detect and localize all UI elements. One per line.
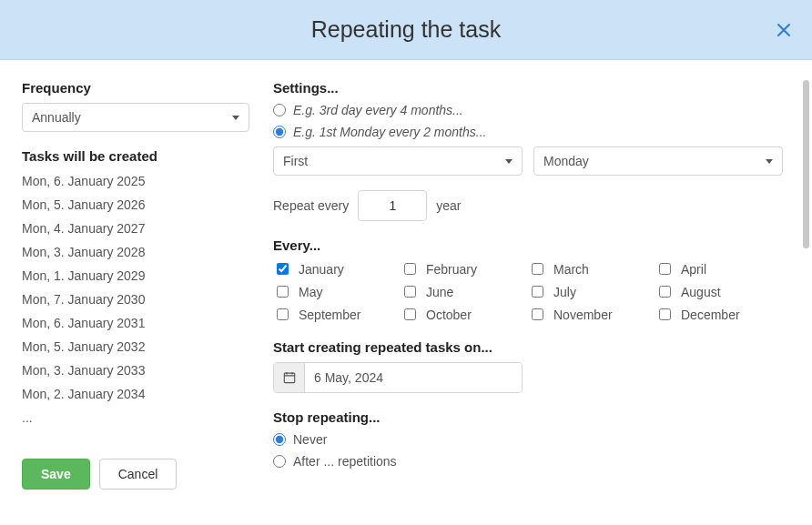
stop-section: Never After ... repetitions bbox=[273, 432, 783, 469]
frequency-label: Frequency bbox=[22, 80, 249, 96]
preview-item: Mon, 6. January 2025 bbox=[22, 169, 249, 193]
settings-option-a: E.g. 3rd day every 4 months... bbox=[273, 103, 783, 117]
stop-never-radio[interactable] bbox=[273, 433, 286, 446]
repeat-unit-label: year bbox=[436, 198, 461, 213]
left-column: Frequency Annually Tasks will be created… bbox=[22, 80, 249, 525]
chevron-down-icon bbox=[232, 116, 239, 120]
weekday-select-value: Monday bbox=[543, 154, 589, 168]
repeat-every-input[interactable] bbox=[358, 190, 427, 221]
month-checkbox-january[interactable] bbox=[277, 263, 289, 275]
close-button[interactable] bbox=[776, 22, 792, 38]
preview-item: Mon, 3. January 2033 bbox=[22, 358, 249, 382]
month-label: October bbox=[426, 308, 472, 322]
month-label: November bbox=[553, 308, 613, 322]
dialog-body: Frequency Annually Tasks will be created… bbox=[0, 60, 812, 525]
calendar-addon[interactable] bbox=[274, 363, 305, 392]
frequency-select[interactable]: Annually bbox=[22, 103, 249, 132]
repeat-every-row: Repeat every year bbox=[273, 190, 783, 221]
preview-item: Mon, 3. January 2028 bbox=[22, 240, 249, 264]
month-option-february[interactable]: February bbox=[401, 260, 528, 278]
settings-option-b-radio[interactable] bbox=[273, 126, 286, 138]
month-option-september[interactable]: September bbox=[273, 306, 401, 323]
start-date-field-wrap bbox=[273, 362, 523, 393]
dialog-header: Repeating the task bbox=[0, 0, 812, 60]
cancel-button[interactable]: Cancel bbox=[99, 459, 178, 490]
close-icon bbox=[776, 23, 791, 37]
month-label: September bbox=[299, 308, 360, 322]
repeat-every-label: Repeat every bbox=[273, 198, 349, 213]
stop-after-radio[interactable] bbox=[273, 455, 286, 468]
preview-item: Mon, 4. January 2027 bbox=[22, 217, 249, 240]
month-checkbox-april[interactable] bbox=[659, 263, 671, 275]
settings-option-b-label[interactable]: E.g. 1st Monday every 2 months... bbox=[293, 125, 486, 139]
month-label: July bbox=[553, 285, 576, 299]
month-label: June bbox=[426, 285, 453, 299]
ordinal-select-value: First bbox=[283, 154, 308, 168]
start-header: Start creating repeated tasks on... bbox=[273, 339, 783, 355]
svg-rect-0 bbox=[284, 373, 294, 383]
weekday-select[interactable]: Monday bbox=[533, 146, 783, 176]
every-header: Every... bbox=[273, 237, 783, 253]
chevron-down-icon bbox=[505, 159, 513, 164]
settings-header: Settings... bbox=[273, 80, 783, 96]
month-option-july[interactable]: July bbox=[528, 283, 655, 300]
scrollbar-thumb[interactable] bbox=[803, 80, 809, 248]
month-checkbox-july[interactable] bbox=[532, 286, 543, 298]
preview-item: Mon, 5. January 2026 bbox=[22, 193, 249, 217]
month-checkbox-may[interactable] bbox=[277, 286, 289, 298]
preview-item: Mon, 1. January 2029 bbox=[22, 264, 249, 288]
stop-after-row: After ... repetitions bbox=[273, 454, 783, 469]
month-checkbox-november[interactable] bbox=[532, 308, 543, 320]
dialog-title: Repeating the task bbox=[311, 16, 501, 43]
month-checkbox-february[interactable] bbox=[404, 263, 416, 275]
dialog-buttons: Save Cancel bbox=[22, 459, 249, 490]
preview-item: ... bbox=[22, 406, 249, 429]
start-date-input[interactable] bbox=[305, 363, 522, 392]
month-option-november[interactable]: November bbox=[528, 306, 655, 323]
month-label: March bbox=[553, 262, 589, 277]
save-button[interactable]: Save bbox=[22, 459, 90, 490]
month-checkbox-october[interactable] bbox=[404, 308, 416, 320]
settings-option-b: E.g. 1st Monday every 2 months... bbox=[273, 125, 783, 139]
month-option-may[interactable]: May bbox=[273, 283, 401, 300]
month-label: January bbox=[299, 262, 344, 277]
preview-item: Mon, 6. January 2031 bbox=[22, 311, 249, 335]
month-label: December bbox=[681, 308, 740, 322]
ordinal-select[interactable]: First bbox=[273, 146, 523, 176]
month-label: April bbox=[681, 262, 706, 277]
month-option-march[interactable]: March bbox=[528, 260, 655, 278]
preview-item: Mon, 5. January 2032 bbox=[22, 335, 249, 358]
month-checkbox-december[interactable] bbox=[659, 308, 671, 320]
month-checkbox-june[interactable] bbox=[404, 286, 416, 298]
month-option-june[interactable]: June bbox=[401, 283, 528, 300]
settings-option-a-radio[interactable] bbox=[273, 104, 286, 116]
preview-item: Mon, 2. January 2034 bbox=[22, 382, 249, 406]
month-option-january[interactable]: January bbox=[273, 260, 401, 278]
stop-never-row: Never bbox=[273, 432, 783, 447]
month-option-april[interactable]: April bbox=[655, 260, 783, 278]
stop-after-label[interactable]: After ... repetitions bbox=[293, 454, 397, 469]
calendar-icon bbox=[283, 371, 296, 384]
month-option-october[interactable]: October bbox=[401, 306, 528, 323]
month-label: February bbox=[426, 262, 477, 277]
preview-list: Mon, 6. January 2025Mon, 5. January 2026… bbox=[22, 169, 249, 429]
stop-never-label[interactable]: Never bbox=[293, 432, 327, 447]
preview-item: Mon, 7. January 2030 bbox=[22, 288, 249, 311]
month-checkbox-march[interactable] bbox=[532, 263, 543, 275]
ordinal-weekday-row: First Monday bbox=[273, 146, 783, 176]
preview-header: Tasks will be created bbox=[22, 148, 249, 164]
settings-option-a-label[interactable]: E.g. 3rd day every 4 months... bbox=[293, 103, 463, 117]
right-column: Settings... E.g. 3rd day every 4 months.… bbox=[249, 80, 792, 525]
month-checkbox-september[interactable] bbox=[277, 308, 289, 320]
month-option-august[interactable]: August bbox=[655, 283, 783, 300]
month-checkbox-august[interactable] bbox=[659, 286, 671, 298]
month-option-december[interactable]: December bbox=[655, 306, 783, 323]
months-grid: JanuaryFebruaryMarchAprilMayJuneJulyAugu… bbox=[273, 260, 783, 323]
stop-header: Stop repeating... bbox=[273, 409, 783, 425]
chevron-down-icon bbox=[766, 159, 773, 164]
month-label: May bbox=[299, 285, 322, 299]
month-label: August bbox=[681, 285, 721, 299]
frequency-select-value: Annually bbox=[32, 110, 81, 125]
